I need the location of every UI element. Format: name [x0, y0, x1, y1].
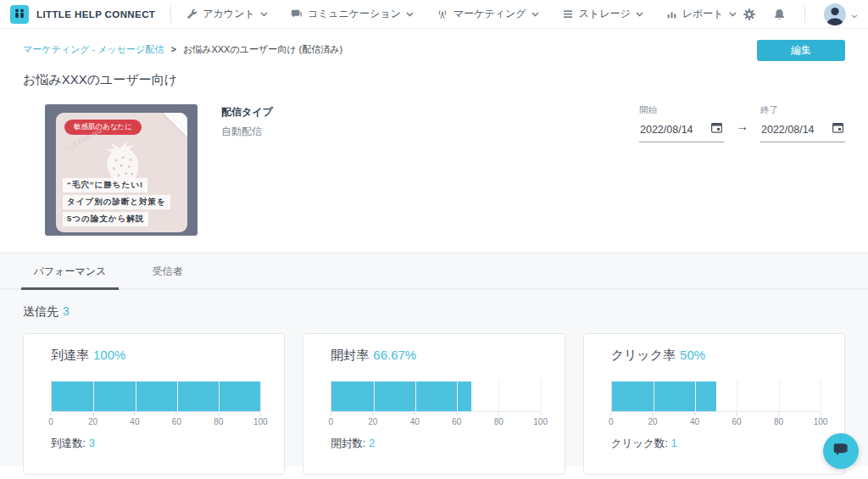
- chart-plot: [51, 380, 260, 412]
- message-thumbnail: 敏感肌のあなたに CLEANSING: [45, 104, 198, 236]
- nav-items: アカウント コミュニケーション マーケティング: [186, 7, 736, 21]
- chart-x-axis: 020406080100: [51, 413, 260, 427]
- metric-count-row: 開封数:2: [331, 437, 540, 451]
- metric-count-row: 到達数:3: [51, 437, 260, 451]
- brand-name: LITTLE HELP CONNECT: [36, 9, 155, 19]
- chevron-down-icon: [851, 7, 858, 22]
- caption-line: 5つの論文から解説: [63, 212, 148, 226]
- brand[interactable]: LITTLE HELP CONNECT: [10, 5, 155, 24]
- nav-label: アカウント: [203, 7, 254, 21]
- nav-label: マーケティング: [453, 7, 526, 21]
- nav-divider: [170, 6, 171, 23]
- caption-line: “毛穴”に勝ちたい!: [63, 178, 147, 192]
- metric-count-value: 1: [671, 437, 677, 449]
- calendar-icon[interactable]: [710, 121, 723, 137]
- bar-chart: 020406080100: [331, 380, 540, 427]
- start-date-label: 開始: [639, 104, 724, 116]
- breadcrumb-current: お悩みXXXのユーザー向け (配信済み): [183, 44, 342, 54]
- metric-label: 到達率: [51, 348, 89, 362]
- card-click-rate: クリック率50% 020406080100 クリック数:1: [583, 333, 845, 475]
- metric-count-label: クリック数:: [611, 437, 668, 449]
- page-title: お悩みXXXのユーザー向け: [23, 72, 845, 88]
- thumbnail-card: 敏感肌のあなたに CLEANSING: [56, 113, 187, 232]
- chart-bar: [52, 382, 260, 411]
- storage-icon: [562, 8, 574, 19]
- message-summary: 敏感肌のあなたに CLEANSING: [23, 104, 845, 236]
- metric-value: 100%: [93, 348, 125, 362]
- delivery-type: 配信タイプ 自動配信: [221, 104, 273, 236]
- card-title: 開封率66.67%: [331, 348, 540, 364]
- nav-item-account[interactable]: アカウント: [186, 7, 267, 21]
- chart-x-axis: 020406080100: [611, 413, 821, 427]
- nav-label: ストレージ: [579, 7, 631, 21]
- nav-divider: [804, 6, 805, 23]
- start-date-value: 2022/08/14: [640, 124, 693, 136]
- wrench-icon: [186, 8, 198, 19]
- avatar: [824, 3, 846, 25]
- card-open-rate: 開封率66.67% 020406080100 開封数:2: [303, 333, 565, 475]
- breadcrumb-separator: >: [170, 44, 175, 54]
- breadcrumb-link[interactable]: マーケティング - メッセージ配信: [23, 44, 164, 54]
- nav-item-communication[interactable]: コミュニケーション: [291, 7, 414, 21]
- chevron-down-icon: [729, 12, 737, 17]
- end-date-input[interactable]: 2022/08/14: [760, 116, 845, 142]
- card-delivery-rate: 到達率100% 020406080100 到達数:3: [23, 333, 285, 475]
- metric-count-row: クリック数:1: [611, 437, 821, 451]
- chat-bubbles-icon: [291, 8, 303, 19]
- start-date-field: 開始 2022/08/14: [639, 104, 724, 142]
- nav-label: レポート: [682, 7, 724, 21]
- caption-line: タイプ別の診断と対策を: [63, 195, 170, 209]
- chat-bubble-icon: [832, 440, 850, 462]
- metric-value: 66.67%: [373, 348, 416, 362]
- app-logo-icon: [10, 5, 29, 24]
- chevron-down-icon: [260, 12, 268, 17]
- topnav-right: [743, 3, 858, 25]
- metric-count-value: 2: [369, 437, 375, 449]
- nav-item-report[interactable]: レポート: [666, 7, 737, 21]
- bar-chart: 020406080100: [51, 380, 260, 427]
- report-icon: [666, 8, 677, 19]
- metric-value: 50%: [680, 348, 705, 362]
- card-title: 到達率100%: [51, 348, 260, 364]
- page: LITTLE HELP CONNECT アカウント コミュニケーション: [0, 0, 868, 479]
- chart-x-axis: 020406080100: [331, 413, 540, 427]
- settings-gear-icon[interactable]: [743, 8, 756, 21]
- thumbnail-captions: “毛穴”に勝ちたい! タイプ別の診断と対策を 5つの論文から解説: [63, 178, 170, 226]
- bar-chart: 020406080100: [611, 380, 821, 427]
- notifications-bell-icon[interactable]: [773, 8, 786, 21]
- edit-button[interactable]: 編集: [757, 40, 845, 61]
- chart-bar: [331, 382, 470, 411]
- tab-recipients[interactable]: 受信者: [119, 253, 216, 288]
- chevron-down-icon: [636, 12, 643, 17]
- chat-widget-button[interactable]: [823, 433, 859, 469]
- calendar-icon[interactable]: [832, 121, 844, 137]
- user-menu[interactable]: [824, 3, 858, 25]
- chart-bar: [612, 382, 716, 411]
- tab-performance[interactable]: パフォーマンス: [21, 253, 119, 288]
- nav-item-marketing[interactable]: マーケティング: [437, 7, 539, 21]
- delivery-type-value: 自動配信: [221, 125, 273, 139]
- end-date-label: 終了: [760, 104, 845, 116]
- end-date-field: 終了 2022/08/14: [760, 104, 845, 142]
- performance-section: パフォーマンス 受信者 送信先3 到達率100% 020406080100 到達…: [0, 253, 868, 466]
- breadcrumb: マーケティング - メッセージ配信 > お悩みXXXのユーザー向け (配信済み): [23, 40, 342, 56]
- date-range-arrow: →: [736, 104, 748, 133]
- tabs: パフォーマンス 受信者: [0, 253, 868, 290]
- delivery-dates: 開始 2022/08/14 → 終了 2022/08/14: [639, 104, 845, 236]
- metric-count-value: 3: [89, 437, 95, 449]
- end-date-value: 2022/08/14: [761, 124, 815, 136]
- chevron-down-icon: [531, 12, 539, 17]
- metric-label: 開封率: [331, 348, 369, 362]
- recipient-count-row: 送信先3: [0, 304, 868, 320]
- metric-count-label: 到達数:: [51, 437, 86, 449]
- delivery-type-label: 配信タイプ: [221, 105, 273, 120]
- chart-plot: [611, 380, 821, 412]
- recipient-count-value: 3: [63, 304, 70, 318]
- nav-label: コミュニケーション: [308, 7, 401, 21]
- start-date-input[interactable]: 2022/08/14: [639, 116, 724, 142]
- top-nav: LITTLE HELP CONNECT アカウント コミュニケーション: [0, 0, 868, 29]
- recipient-count-label: 送信先: [23, 304, 58, 318]
- page-fold-corner: [162, 113, 187, 142]
- nav-item-storage[interactable]: ストレージ: [562, 7, 643, 21]
- metric-cards: 到達率100% 020406080100 到達数:3 開封率66.67%: [0, 333, 868, 475]
